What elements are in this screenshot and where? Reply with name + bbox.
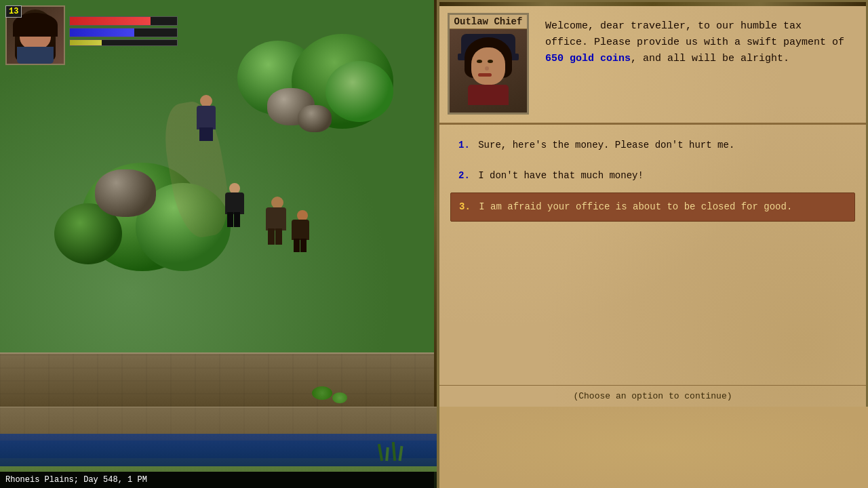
choice-3-number: 3. [459,201,471,212]
stone-wall [0,352,437,407]
xp-bar [70,40,102,45]
xp-bar-container [69,39,178,46]
npc-header: Outlaw Chief [439,6,866,125]
npc-message-part1: Welcome, dear traveller, to our humble t… [545,20,844,48]
location-text: Rhoneis Plains; Day 548, 1 PM [5,475,147,485]
choice-1-number: 1. [458,140,470,150]
npc-portrait-frame: Outlaw Chief [448,13,529,115]
stat-bars [69,16,178,46]
npc-collar [468,85,509,105]
panel-divider [434,0,437,407]
hp-bar [70,17,151,25]
choice-1-text: Sure, here's the money. Please don't hur… [478,140,734,150]
mp-bar [70,28,134,37]
hp-bar-container [69,16,178,26]
npc-face-skin [471,47,505,85]
npc-portrait-image [450,29,527,113]
bottom-right-parchment [437,407,868,488]
choice-3-text: I am afraid your office is about to be c… [479,201,792,212]
continue-hint-text: (Choose an option to continue) [573,391,732,401]
rock-3 [95,169,156,217]
status-bar: Rhoneis Plains; Day 548, 1 PM [0,472,434,488]
plant-1 [312,386,332,400]
level-badge: 13 [5,5,22,18]
npc-name-label: Outlaw Chief [450,15,527,29]
npc-message: Welcome, dear traveller, to our humble t… [537,13,858,116]
hud-player: 13 [5,5,178,65]
aquatic-plants [376,441,416,461]
tree-3 [326,61,393,122]
npc-face [461,37,515,105]
dialog-choices: 1. Sure, here's the money. Please don't … [439,125,866,385]
npc-message-part2: , and all will be alright. [631,53,789,64]
dialog-panel: Outlaw Chief [437,0,868,407]
choice-2-text: I don't have that much money! [478,170,644,181]
dialog-choice-2[interactable]: 2. I don't have that much money! [450,162,855,190]
dialog-choice-1[interactable]: 1. Sure, here's the money. Please don't … [450,131,855,159]
continue-hint: (Choose an option to continue) [439,385,866,407]
mp-bar-container [69,28,178,37]
rock-2 [298,105,332,132]
dialog-choice-3[interactable]: 3. I am afraid your office is about to b… [450,192,855,222]
plant-2 [332,392,347,403]
choice-2-number: 2. [458,170,470,181]
npc-message-highlight: 650 gold coins [545,53,631,64]
